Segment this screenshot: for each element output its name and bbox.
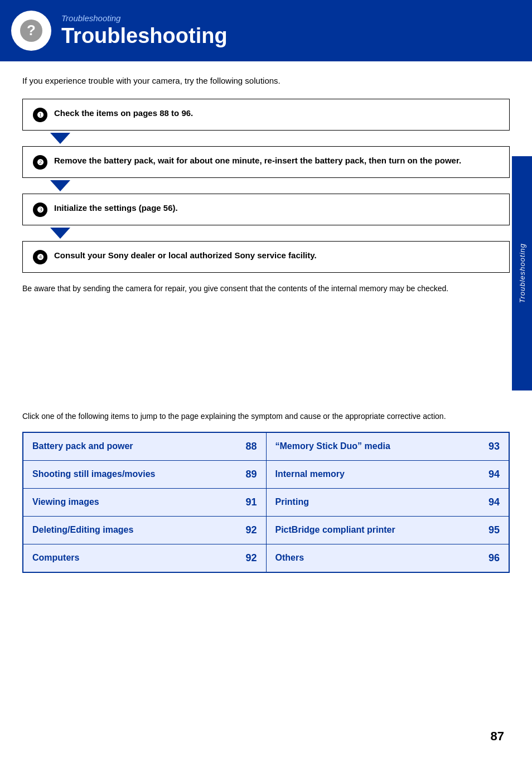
step-text-3: Initialize the settings (page 56).: [54, 202, 178, 214]
page-header: ? Troubleshooting Troubleshooting: [0, 0, 532, 61]
topic-label: Printing: [275, 497, 309, 507]
header-icon-circle: ?: [11, 11, 51, 51]
topic-cell-right-3[interactable]: PictBridge compliant printer 95: [266, 516, 509, 544]
intro-text: If you experience trouble with your came…: [22, 75, 510, 88]
topic-page: 95: [489, 524, 500, 536]
table-row[interactable]: Viewing images 91 Printing 94: [23, 488, 509, 516]
topic-cell-right-1[interactable]: Internal memory 94: [266, 460, 509, 488]
topic-cell-right-0[interactable]: “Memory Stick Duo” media 93: [266, 432, 509, 461]
topic-label: Others: [275, 553, 304, 563]
topic-page: 96: [489, 552, 500, 564]
right-sidebar: Troubleshooting: [512, 156, 532, 390]
table-row[interactable]: Deleting/Editing images 92 PictBridge co…: [23, 516, 509, 544]
topic-label: Shooting still images/movies: [32, 469, 156, 479]
topic-cell-left-2[interactable]: Viewing images 91: [23, 488, 266, 516]
topic-cell-left-4[interactable]: Computers 92: [23, 544, 266, 572]
header-subtitle: Troubleshooting: [61, 13, 228, 23]
topic-cell-right-2[interactable]: Printing 94: [266, 488, 509, 516]
topic-page: 92: [245, 552, 257, 564]
topic-cell-left-3[interactable]: Deleting/Editing images 92: [23, 516, 266, 544]
main-content: If you experience trouble with your came…: [0, 61, 532, 586]
header-text-group: Troubleshooting Troubleshooting: [61, 13, 228, 48]
sidebar-label: Troubleshooting: [518, 243, 526, 303]
topic-label: Computers: [32, 553, 79, 563]
topic-page: 94: [489, 496, 500, 508]
topic-page: 94: [489, 469, 500, 480]
step-bullet-2: ❷: [33, 155, 47, 170]
table-row[interactable]: Shooting still images/movies 89 Internal…: [23, 460, 509, 488]
topics-table: Battery pack and power 88 “Memory Stick …: [22, 432, 510, 573]
topic-page: 91: [245, 496, 257, 508]
table-row[interactable]: Computers 92 Others 96: [23, 544, 509, 572]
topic-cell-left-1[interactable]: Shooting still images/movies 89: [23, 460, 266, 488]
topic-label: Internal memory: [275, 469, 345, 479]
step-box-1: ❶ Check the items on pages 88 to 96.: [22, 99, 510, 131]
step-box-4: ❹ Consult your Sony dealer or local auth…: [22, 241, 510, 273]
topic-page: 93: [489, 441, 500, 452]
step-text-4: Consult your Sony dealer or local author…: [54, 249, 317, 262]
step-bullet-1: ❶: [33, 108, 47, 122]
topic-label: PictBridge compliant printer: [275, 525, 395, 535]
header-title: Troubleshooting: [61, 24, 228, 48]
steps-container: ❶ Check the items on pages 88 to 96. ❷ R…: [22, 99, 510, 273]
topic-label: Battery pack and power: [32, 441, 133, 451]
arrow-2: [22, 178, 510, 194]
arrow-1: [22, 131, 510, 146]
topic-cell-right-4[interactable]: Others 96: [266, 544, 509, 572]
topic-label: Deleting/Editing images: [32, 525, 133, 535]
spacer: [22, 310, 510, 411]
topic-label: “Memory Stick Duo” media: [275, 441, 390, 451]
topic-page: 89: [245, 469, 257, 480]
step-text-1: Check the items on pages 88 to 96.: [54, 107, 193, 119]
step-box-3: ❸ Initialize the settings (page 56).: [22, 194, 510, 225]
table-row[interactable]: Battery pack and power 88 “Memory Stick …: [23, 432, 509, 461]
topic-page: 88: [245, 441, 257, 452]
topic-page: 92: [245, 524, 257, 536]
question-mark-icon: ?: [19, 18, 43, 43]
topic-label: Viewing images: [32, 497, 99, 507]
jump-text: Click one of the following items to jump…: [22, 411, 510, 423]
disclaimer-text: Be aware that by sending the camera for …: [22, 283, 510, 295]
topic-cell-left-0[interactable]: Battery pack and power 88: [23, 432, 266, 461]
page-number: 87: [491, 729, 504, 744]
step-box-2: ❷ Remove the battery pack, wait for abou…: [22, 146, 510, 178]
step-bullet-3: ❸: [33, 202, 47, 217]
step-bullet-4: ❹: [33, 250, 47, 264]
step-text-2: Remove the battery pack, wait for about …: [54, 155, 461, 167]
svg-text:?: ?: [27, 22, 36, 38]
arrow-3: [22, 225, 510, 241]
